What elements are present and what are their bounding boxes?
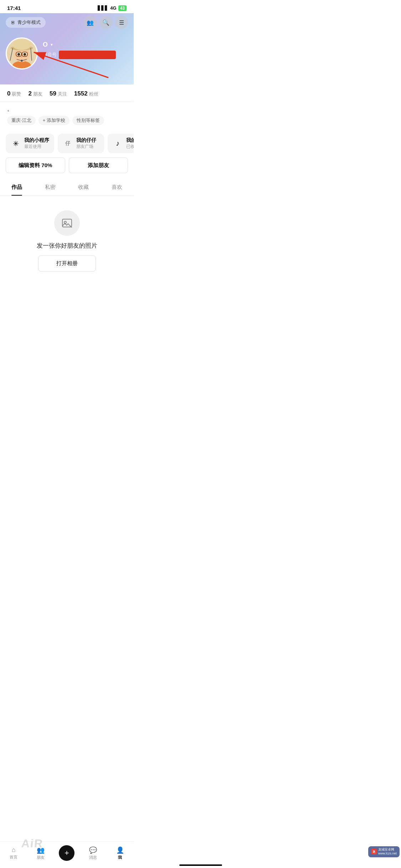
friends-label: 朋友	[33, 91, 42, 97]
feature-cards-row: ✳ 我的小程序 最近使用 仔 我的仔仔 朋友广场 ♪ 我的 已收	[0, 129, 134, 157]
profile-name-area: O ▼ 抖音号	[43, 37, 128, 59]
likes-label: 获赞	[12, 91, 21, 97]
gender-text: 性别等标签	[77, 117, 100, 124]
open-album-button[interactable]: 打开相册	[38, 255, 96, 272]
likes-count: 0	[7, 90, 10, 97]
music-icon: ♪	[113, 139, 123, 148]
add-school-tag[interactable]: + 添加学校	[38, 116, 70, 125]
empty-state-area: 发一张你好朋友的照片 打开相册	[0, 196, 134, 282]
svg-point-14	[21, 57, 22, 58]
douyin-id-label: 抖音号	[43, 52, 57, 58]
friends-count: 2	[28, 90, 31, 97]
location-text: 重庆·江北	[11, 117, 31, 124]
add-school-text: + 添加学校	[43, 117, 65, 124]
username: O	[43, 41, 48, 48]
following-stat[interactable]: 59 关注	[50, 90, 67, 97]
music-card[interactable]: ♪ 我的 已收	[108, 134, 134, 153]
profile-banner: ⛨ 青少年模式 👥 🔍 ☰	[0, 13, 134, 84]
avatar	[6, 37, 38, 69]
mini-programs-icon: ✳	[11, 139, 21, 148]
content-tabs: 作品 私密 收藏 喜欢	[0, 179, 134, 196]
mini-programs-title: 我的小程序	[24, 137, 49, 144]
shield-icon: ⛨	[11, 20, 15, 25]
search-icon: 🔍	[102, 19, 109, 26]
svg-point-4	[12, 40, 31, 50]
friends-icon: 👥	[87, 19, 94, 26]
bio-text: 。	[7, 105, 127, 113]
bio-section: 。 重庆·江北 + 添加学校 性别等标签	[0, 102, 134, 129]
profile-info-row: O ▼ 抖音号	[6, 37, 128, 69]
zaizai-sub: 朋友广场	[76, 144, 96, 150]
music-sub: 已收	[126, 144, 134, 150]
tab-likes[interactable]: 喜欢	[100, 179, 134, 196]
youth-mode-label: 青少年模式	[17, 19, 41, 26]
gender-tag[interactable]: 性别等标签	[72, 116, 104, 125]
svg-point-9	[17, 53, 20, 56]
status-time: 17:41	[7, 5, 21, 11]
menu-icon: ☰	[119, 19, 124, 26]
followers-stat[interactable]: 1552 粉丝	[74, 90, 98, 97]
action-buttons-row: 编辑资料 70% 添加朋友	[0, 157, 134, 179]
menu-icon-button[interactable]: ☰	[115, 16, 128, 29]
zaizai-title: 我的仔仔	[76, 137, 96, 144]
edit-profile-button[interactable]: 编辑资料 70%	[6, 157, 65, 173]
douyin-id-redacted	[59, 51, 116, 59]
followers-label: 粉丝	[89, 91, 98, 97]
music-title: 我的	[126, 137, 134, 144]
tab-works[interactable]: 作品	[0, 179, 34, 196]
friends-icon-button[interactable]: 👥	[84, 16, 97, 29]
location-tag[interactable]: 重庆·江北	[7, 116, 36, 125]
zaizai-card[interactable]: 仔 我的仔仔 朋友广场	[58, 134, 104, 153]
add-friend-button[interactable]: 添加朋友	[69, 157, 128, 173]
following-label: 关注	[58, 91, 67, 97]
empty-state-text: 发一张你好朋友的照片	[37, 242, 97, 250]
mini-programs-card[interactable]: ✳ 我的小程序 最近使用	[6, 134, 54, 153]
avatar-svg	[7, 37, 37, 68]
tab-favorites[interactable]: 收藏	[67, 179, 101, 196]
svg-point-21	[64, 221, 66, 223]
svg-point-0	[12, 61, 31, 68]
empty-icon	[54, 210, 80, 236]
network-type: 4G	[110, 5, 116, 11]
mini-programs-sub: 最近使用	[24, 144, 49, 150]
following-count: 59	[50, 90, 56, 97]
search-icon-button[interactable]: 🔍	[99, 16, 112, 29]
likes-stat[interactable]: 0 获赞	[7, 90, 21, 97]
zaizai-icon: 仔	[63, 140, 73, 147]
followers-count: 1552	[74, 90, 88, 97]
avatar-wrapper[interactable]	[6, 37, 38, 69]
signal-icon: ▋▋▋	[98, 5, 108, 11]
svg-line-6	[31, 48, 32, 61]
svg-line-5	[10, 48, 12, 61]
top-navigation: ⛨ 青少年模式 👥 🔍 ☰	[6, 13, 128, 35]
battery-indicator: 43	[118, 5, 127, 11]
stats-section: 0 获赞 2 朋友 59 关注 1552 粉丝	[0, 84, 134, 102]
tab-private[interactable]: 私密	[34, 179, 67, 196]
svg-point-10	[24, 53, 26, 56]
dropdown-arrow-icon[interactable]: ▼	[50, 43, 53, 47]
youth-mode-button[interactable]: ⛨ 青少年模式	[6, 17, 46, 28]
friends-stat[interactable]: 2 朋友	[28, 90, 42, 97]
